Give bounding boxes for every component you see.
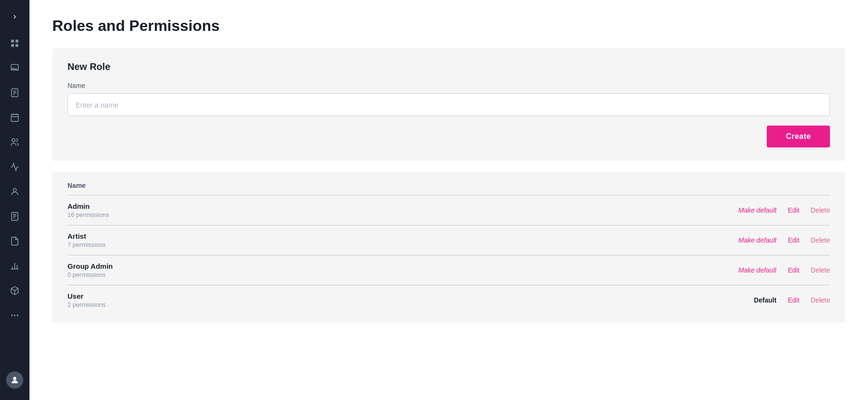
svg-point-25 bbox=[14, 314, 15, 316]
delete-role-link[interactable]: Delete bbox=[811, 236, 830, 244]
dots-icon bbox=[10, 311, 19, 320]
sidebar-toggle[interactable]: › bbox=[0, 8, 29, 25]
table-row: Admin 16 permissions Make default Edit D… bbox=[68, 195, 830, 225]
edit-role-link[interactable]: Edit bbox=[788, 266, 799, 274]
svg-point-14 bbox=[13, 188, 17, 192]
role-name-cell: Artist 7 permissions bbox=[68, 225, 320, 255]
role-permissions-count: 16 permissions bbox=[68, 211, 320, 218]
role-name-input[interactable] bbox=[68, 93, 830, 116]
page-title: Roles and Permissions bbox=[52, 17, 845, 35]
svg-rect-9 bbox=[11, 114, 19, 121]
svg-rect-1 bbox=[16, 40, 19, 43]
sidebar-item-box[interactable] bbox=[4, 280, 25, 301]
svg-rect-2 bbox=[11, 44, 14, 47]
edit-role-link[interactable]: Edit bbox=[788, 206, 799, 214]
sidebar-item-dashboard[interactable] bbox=[4, 33, 25, 54]
user-avatar[interactable] bbox=[6, 371, 23, 389]
new-role-card: New Role Name Create bbox=[52, 48, 845, 161]
sidebar-item-document[interactable] bbox=[4, 231, 25, 252]
analytics-icon bbox=[10, 162, 19, 172]
role-permissions-count: 0 permissions bbox=[68, 271, 320, 278]
make-default-link[interactable]: Make default bbox=[738, 236, 776, 244]
role-actions-cell: Default Edit Delete bbox=[320, 285, 830, 315]
default-label: Default bbox=[754, 296, 776, 304]
role-permissions-count: 7 permissions bbox=[68, 241, 320, 248]
sidebar-item-logs[interactable] bbox=[4, 206, 25, 227]
make-default-link[interactable]: Make default bbox=[738, 206, 776, 214]
table-row: Group Admin 0 permissions Make default E… bbox=[68, 255, 830, 285]
sidebar-item-more[interactable] bbox=[4, 305, 25, 326]
role-actions: Make default Edit Delete bbox=[320, 206, 830, 214]
chart-icon bbox=[10, 261, 19, 271]
role-actions: Make default Edit Delete bbox=[320, 236, 830, 244]
calendar-icon bbox=[10, 113, 19, 122]
logs-icon bbox=[10, 212, 19, 221]
sidebar-item-reports[interactable] bbox=[4, 82, 25, 103]
create-role-button[interactable]: Create bbox=[767, 126, 830, 147]
sidebar-item-users[interactable] bbox=[4, 132, 25, 153]
table-row: User 2 permissions Default Edit Delete bbox=[68, 285, 830, 315]
role-name-cell: Admin 16 permissions bbox=[68, 195, 320, 225]
svg-rect-3 bbox=[16, 44, 19, 47]
svg-point-26 bbox=[17, 314, 18, 316]
role-permissions-count: 2 permissions bbox=[68, 301, 320, 308]
svg-point-27 bbox=[13, 377, 17, 380]
role-name: Admin bbox=[68, 202, 320, 210]
sidebar-item-calendar[interactable] bbox=[4, 107, 25, 128]
edit-role-link[interactable]: Edit bbox=[788, 296, 799, 304]
new-role-title: New Role bbox=[68, 61, 830, 72]
avatar-icon bbox=[10, 375, 19, 385]
document-icon bbox=[10, 236, 19, 246]
box-icon bbox=[10, 286, 19, 295]
delete-role-link[interactable]: Delete bbox=[811, 266, 830, 274]
sidebar-item-analytics[interactable] bbox=[4, 156, 25, 177]
role-name: Group Admin bbox=[68, 262, 320, 270]
role-actions-cell: Make default Edit Delete bbox=[320, 195, 830, 225]
svg-point-24 bbox=[11, 314, 13, 316]
form-actions: Create bbox=[68, 126, 830, 147]
edit-role-link[interactable]: Edit bbox=[788, 236, 799, 244]
role-actions-cell: Make default Edit Delete bbox=[320, 225, 830, 255]
name-label: Name bbox=[68, 82, 830, 89]
users-icon bbox=[10, 137, 19, 147]
role-name-cell: User 2 permissions bbox=[68, 285, 320, 315]
role-actions: Make default Edit Delete bbox=[320, 266, 830, 274]
sidebar-item-chart[interactable] bbox=[4, 255, 25, 276]
chevron-right-icon: › bbox=[13, 11, 16, 21]
sidebar-item-profile[interactable] bbox=[4, 181, 25, 202]
media-icon bbox=[10, 63, 19, 73]
role-actions-cell: Make default Edit Delete bbox=[320, 255, 830, 285]
role-name-cell: Group Admin 0 permissions bbox=[68, 255, 320, 285]
roles-table-card: Name Admin 16 permissions Make default E… bbox=[52, 172, 845, 322]
role-name: Artist bbox=[68, 232, 320, 240]
svg-point-13 bbox=[12, 139, 15, 142]
profile-icon bbox=[10, 187, 19, 196]
table-header-name: Name bbox=[68, 172, 320, 195]
sidebar: › bbox=[0, 0, 29, 400]
dashboard-icon bbox=[10, 39, 19, 48]
role-name: User bbox=[68, 292, 320, 300]
make-default-link[interactable]: Make default bbox=[738, 266, 776, 274]
table-row: Artist 7 permissions Make default Edit D… bbox=[68, 225, 830, 255]
reports-icon bbox=[10, 88, 19, 98]
delete-role-link[interactable]: Delete bbox=[811, 206, 830, 214]
sidebar-item-media[interactable] bbox=[4, 58, 25, 78]
delete-role-link[interactable]: Delete bbox=[811, 296, 830, 304]
svg-rect-0 bbox=[11, 40, 14, 43]
roles-table: Name Admin 16 permissions Make default E… bbox=[68, 172, 830, 315]
role-actions: Default Edit Delete bbox=[320, 296, 830, 304]
main-content: Roles and Permissions New Role Name Crea… bbox=[29, 0, 868, 400]
